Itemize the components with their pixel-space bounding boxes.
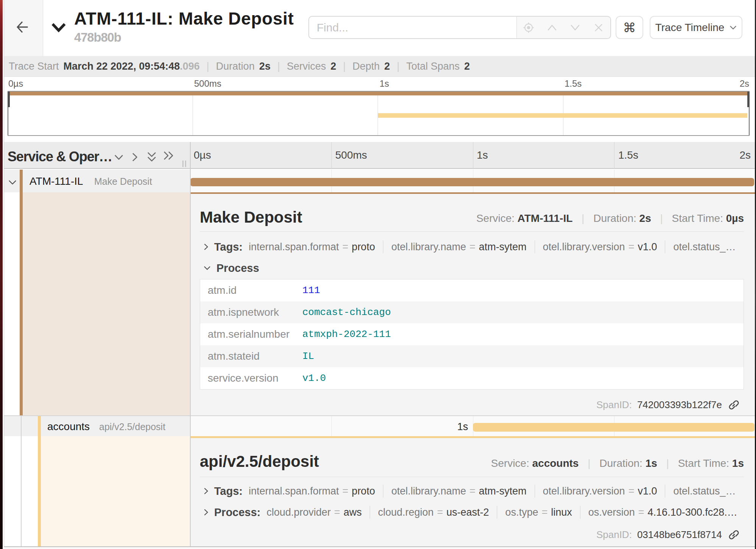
tag-key: internal.span.format: [249, 485, 339, 497]
equals: =: [342, 241, 348, 253]
kv-row: atm.serialnumber atmxph-2022-111: [200, 323, 744, 345]
start-time-label: Start Time:: [678, 457, 729, 469]
span-id-row: SpanID: 742003393b122f7e: [596, 399, 744, 411]
keyboard-shortcuts-button[interactable]: ⌘: [616, 16, 643, 39]
kv-row: atm.stateid IL: [200, 345, 744, 367]
process-summary-row[interactable]: Process: cloud.provider=aws cloud.region…: [204, 505, 744, 519]
tag-value: atm-sytem: [479, 485, 527, 497]
minimap-tick-4: 2s: [740, 78, 749, 89]
arrow-left-icon: [17, 21, 28, 33]
span-detail-1-panel: Make Deposit Service: ATM-111-IL | Durat…: [190, 192, 755, 415]
services-label: Services: [287, 61, 326, 72]
equals: =: [628, 485, 635, 497]
span-id-row: SpanID: 03148be6751f8714: [596, 529, 744, 541]
service-label: Service:: [491, 457, 529, 469]
span-row-2[interactable]: 1s accounts api/v2.5/deposit: [4, 416, 755, 436]
span-id-label: SpanID:: [596, 529, 632, 541]
grip-bar: [185, 161, 186, 167]
span-row-1[interactable]: ATM-111-IL Make Deposit: [4, 170, 755, 192]
kv-key: atm.ispnetwork: [200, 306, 302, 318]
equals: =: [470, 485, 476, 497]
tag-key: otel.status_…: [673, 485, 736, 497]
timeline-tick-0: 0µs: [194, 149, 211, 161]
span-id-value: 03148be6751f8714: [637, 529, 722, 541]
kv-key: atm.id: [200, 284, 302, 296]
command-icon: ⌘: [623, 20, 636, 35]
span-service-name[interactable]: ATM-111-IL: [30, 175, 83, 187]
service-value: accounts: [532, 457, 579, 469]
find-input[interactable]: [308, 16, 517, 39]
separator: [535, 485, 535, 498]
tag-key: internal.span.format: [249, 241, 339, 253]
locate-match-icon[interactable]: [523, 22, 534, 33]
expand-all-double-chevron-icon[interactable]: [163, 151, 174, 160]
separator: [665, 485, 665, 498]
span-operation-name[interactable]: api/v2.5/deposit: [99, 421, 165, 432]
depth-label: Depth: [353, 61, 380, 72]
tag-value: linux: [551, 507, 572, 518]
trace-start-fraction: .096: [180, 61, 200, 72]
name-column-divider[interactable]: [190, 142, 191, 546]
tag-key: cloud.region: [378, 507, 434, 518]
tag-key: otel.library.name: [391, 241, 466, 253]
span-row-1-timeline-cell[interactable]: [190, 170, 755, 192]
minimap-right-scrubber[interactable]: [747, 92, 750, 107]
tag-value: aws: [344, 507, 362, 518]
process-section-row[interactable]: Process: [204, 261, 744, 275]
minimap-left-scrubber[interactable]: [8, 92, 10, 107]
clear-find-icon[interactable]: [593, 22, 604, 33]
trace-id: 478b80b: [74, 30, 121, 45]
tag-key: os.version: [588, 507, 635, 518]
detail-divider: [200, 477, 744, 477]
tag-key: otel.library.name: [391, 485, 466, 497]
span-detail-row-2: api/v2.5/deposit Service: accounts | Dur…: [4, 436, 755, 546]
span-bar-1[interactable]: [190, 178, 754, 186]
span-detail-row-1: Make Deposit Service: ATM-111-IL | Durat…: [4, 192, 755, 415]
separator: |: [207, 61, 209, 72]
tag-value: proto: [352, 241, 375, 253]
collapse-children-chevron-icon[interactable]: [8, 180, 17, 185]
separator: |: [397, 61, 400, 72]
depth-value: 2: [384, 61, 390, 72]
collapse-all-double-chevron-icon[interactable]: [147, 152, 156, 162]
equals: =: [628, 241, 635, 253]
link-icon[interactable]: [729, 400, 739, 410]
span-operation-name[interactable]: Make Deposit: [94, 176, 152, 187]
collapse-all-chevron-down-icon[interactable]: [114, 154, 123, 160]
span-bar-2[interactable]: [473, 423, 754, 432]
trace-summary-bar: Trace Start March 22 2022, 09:54:48.096 …: [4, 56, 755, 77]
separator: |: [582, 212, 584, 224]
trace-view-selector[interactable]: Trace Timeline: [650, 16, 742, 39]
duration-label: Duration:: [599, 457, 642, 469]
separator: |: [660, 212, 663, 224]
expand-one-chevron-right-icon[interactable]: [132, 153, 138, 162]
find-toolbar: [517, 16, 611, 39]
timeline-tick-2: 1s: [477, 149, 488, 161]
chevron-down-icon: [204, 266, 210, 270]
next-match-icon[interactable]: [569, 22, 581, 33]
header-gridline: [614, 142, 614, 169]
collapse-trace-chevron-icon[interactable]: [51, 22, 66, 33]
tag-value: 4.16.10-300.fc28.…: [648, 507, 737, 518]
tags-summary-row[interactable]: Tags: internal.span.format=proto otel.li…: [204, 240, 744, 254]
tags-summary-row[interactable]: Tags: internal.span.format=proto otel.li…: [204, 484, 744, 498]
detail-divider: [200, 231, 744, 232]
process-label: Process:: [214, 506, 261, 519]
span-bar-2-duration-label: 1s: [439, 421, 468, 433]
trace-start-value: March 22 2022, 09:54:48: [64, 61, 180, 72]
timeline-tick-4: 2s: [739, 149, 751, 161]
column-resize-grip[interactable]: [182, 161, 188, 167]
prev-match-icon[interactable]: [546, 22, 558, 33]
separator: |: [343, 61, 346, 72]
span-detail-2-title: api/v2.5/deposit: [200, 452, 319, 471]
minimap-gridline: [193, 92, 193, 135]
trace-minimap[interactable]: [8, 91, 750, 136]
header-gridline: [473, 142, 473, 169]
span-service-name[interactable]: accounts: [47, 421, 90, 433]
link-icon[interactable]: [729, 530, 739, 540]
back-button[interactable]: [4, 0, 43, 56]
service-operation-header: Service & Oper…: [8, 149, 112, 165]
tag-key: cloud.provider: [267, 507, 331, 518]
chevron-right-icon: [204, 488, 208, 494]
span-detail-2-panel: api/v2.5/deposit Service: accounts | Dur…: [190, 436, 755, 546]
